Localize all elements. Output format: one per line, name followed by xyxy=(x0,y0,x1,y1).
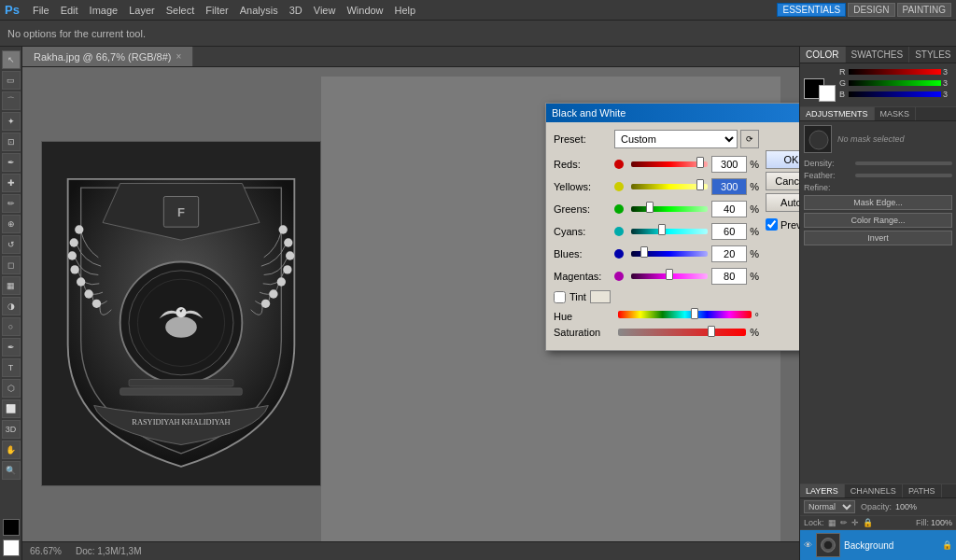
bw-dialog: Black and White × OK Cancel Auto Preview… xyxy=(545,103,799,351)
tool-dodge[interactable]: ○ xyxy=(2,317,21,336)
bw-reds-input[interactable]: 300 xyxy=(711,156,747,173)
tool-clone[interactable]: ⊕ xyxy=(2,215,21,233)
menu-filter[interactable]: Filter xyxy=(200,5,233,16)
tool-hand[interactable]: ✋ xyxy=(2,441,21,459)
tool-heal[interactable]: ✚ xyxy=(2,174,21,192)
layer-row-background[interactable]: 👁 Background 🔒 xyxy=(800,530,956,560)
lock-transparency-icon[interactable]: ▦ xyxy=(828,518,836,527)
menu-layer[interactable]: Layer xyxy=(123,5,161,16)
bw-preset-icon[interactable]: ⟳ xyxy=(740,130,759,148)
tab-adjustments[interactable]: ADJUSTMENTS xyxy=(800,107,875,120)
tool-gradient[interactable]: ▦ xyxy=(2,276,21,295)
foreground-color[interactable] xyxy=(3,519,20,536)
bw-tint-checkbox[interactable] xyxy=(554,291,566,303)
tool-zoom[interactable]: 🔍 xyxy=(2,461,21,480)
tab-channels[interactable]: CHANNELS xyxy=(845,484,903,497)
ps-logo: Ps xyxy=(5,3,20,17)
tool-eyedropper[interactable]: ✒ xyxy=(2,153,21,172)
lock-all-icon[interactable]: 🔒 xyxy=(863,518,873,527)
tab-styles[interactable]: STYLES xyxy=(909,47,956,63)
tab-layers[interactable]: LAYERS xyxy=(800,484,845,497)
menu-help[interactable]: Help xyxy=(389,5,422,16)
tab-label: Rakha.jpg @ 66,7% (RGB/8#) xyxy=(34,51,172,63)
density-row: Density: xyxy=(804,159,952,168)
svg-point-25 xyxy=(809,131,828,149)
doc-info: Doc: 1,3M/1,3M xyxy=(76,546,142,556)
background-color[interactable] xyxy=(3,539,20,556)
tool-marquee[interactable]: ▭ xyxy=(2,71,21,90)
tool-brush[interactable]: ✏ xyxy=(2,194,21,213)
greens-slider[interactable] xyxy=(631,204,708,214)
tool-history[interactable]: ↺ xyxy=(2,235,21,254)
bw-cancel-button[interactable]: Cancel xyxy=(766,172,799,190)
tab-close-button[interactable]: × xyxy=(176,51,182,62)
svg-point-10 xyxy=(84,289,92,298)
color-range-button[interactable]: Color Range... xyxy=(804,213,952,228)
tool-magic-wand[interactable]: ✦ xyxy=(2,112,21,131)
design-button[interactable]: DESIGN xyxy=(848,3,894,17)
tool-crop[interactable]: ⊡ xyxy=(2,133,21,151)
tool-blur[interactable]: ◑ xyxy=(2,297,21,315)
tool-move[interactable]: ↖ xyxy=(2,50,21,69)
tool-eraser[interactable]: ◻ xyxy=(2,256,21,274)
blues-slider[interactable] xyxy=(631,249,708,259)
menu-window[interactable]: Window xyxy=(341,5,388,16)
magentas-slider[interactable] xyxy=(631,272,708,281)
cyans-slider[interactable] xyxy=(631,227,708,236)
tool-path[interactable]: ⬡ xyxy=(2,379,21,398)
bw-preset-select[interactable]: Custom xyxy=(614,130,738,148)
g-slider-track[interactable] xyxy=(849,80,941,86)
tool-lasso[interactable]: ⌒ xyxy=(2,91,21,110)
bw-greens-input[interactable]: 40 xyxy=(711,201,747,217)
bw-ok-button[interactable]: OK xyxy=(766,150,799,169)
feather-slider[interactable] xyxy=(855,174,952,177)
tool-shape[interactable]: ⬜ xyxy=(2,399,21,418)
menu-select[interactable]: Select xyxy=(161,5,201,16)
tab-paths[interactable]: PATHS xyxy=(903,484,942,497)
tab-masks[interactable]: MASKS xyxy=(875,107,917,120)
menu-analysis[interactable]: Analysis xyxy=(234,5,284,16)
tool-text[interactable]: T xyxy=(2,358,21,377)
svg-point-6 xyxy=(70,238,78,246)
menu-image[interactable]: Image xyxy=(84,5,124,16)
mask-edge-row: Mask Edge... xyxy=(804,195,952,210)
density-slider[interactable] xyxy=(855,161,952,165)
bw-preview-checkbox[interactable] xyxy=(766,218,778,231)
lock-position-icon[interactable]: ✛ xyxy=(851,518,859,527)
r-slider-track[interactable] xyxy=(849,69,941,75)
yellows-slider[interactable] xyxy=(631,182,708,191)
tab-swatches[interactable]: SWATCHES xyxy=(846,47,910,63)
bw-yellows-input[interactable]: 300 xyxy=(711,178,747,195)
background-swatch[interactable] xyxy=(819,85,836,102)
reds-slider[interactable] xyxy=(631,160,708,169)
bw-auto-button[interactable]: Auto xyxy=(766,193,799,212)
document-tab[interactable]: Rakha.jpg @ 66,7% (RGB/8#) × xyxy=(22,47,193,66)
bw-cyans-input[interactable]: 60 xyxy=(711,223,747,240)
menu-view[interactable]: View xyxy=(308,5,342,16)
b-slider-track[interactable] xyxy=(849,91,941,97)
bw-greens-label: Greens: xyxy=(554,203,614,215)
tool-pen[interactable]: ✒ xyxy=(2,338,21,357)
bw-hue-slider[interactable] xyxy=(618,311,752,322)
bw-tint-swatch[interactable] xyxy=(590,290,611,303)
bw-reds-pct: % xyxy=(750,159,759,170)
bw-blues-input[interactable]: 20 xyxy=(711,245,747,262)
magentas-color-dot xyxy=(614,272,624,281)
menu-edit[interactable]: Edit xyxy=(55,5,84,16)
tool-3d[interactable]: 3D xyxy=(2,420,21,439)
invert-button[interactable]: Invert xyxy=(804,231,952,245)
menu-3d[interactable]: 3D xyxy=(284,5,308,16)
adj-content: No mask selected Density: Feather: Refin… xyxy=(800,121,956,483)
painting-button[interactable]: PAINTING xyxy=(897,3,951,17)
menu-file[interactable]: File xyxy=(27,5,55,16)
svg-point-13 xyxy=(284,238,292,246)
bw-magentas-input[interactable]: 80 xyxy=(711,268,747,285)
tab-color[interactable]: COLOR xyxy=(800,47,846,63)
essentials-button[interactable]: ESSENTIALS xyxy=(777,3,846,17)
bw-saturation-slider[interactable] xyxy=(618,329,746,336)
yellows-color-dot xyxy=(614,182,624,191)
layer-visibility-icon[interactable]: 👁 xyxy=(804,540,812,550)
mask-edge-button[interactable]: Mask Edge... xyxy=(804,195,952,210)
blend-mode-select[interactable]: Normal xyxy=(804,500,855,513)
lock-paint-icon[interactable]: ✏ xyxy=(840,518,848,527)
